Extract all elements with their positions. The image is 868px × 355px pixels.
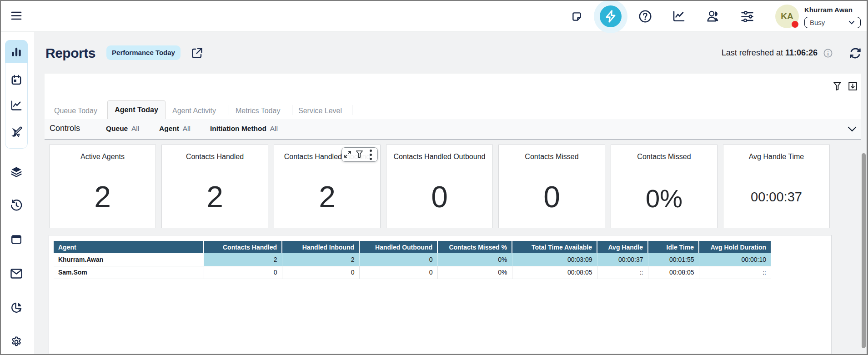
svg-text:i: i: [827, 50, 829, 57]
